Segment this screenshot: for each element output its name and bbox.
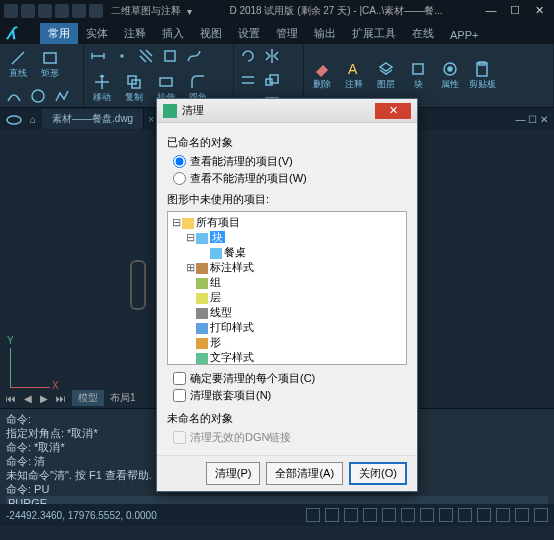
check-confirm-each[interactable]: 确定要清理的每个项目(C) — [173, 371, 407, 386]
qat-icon[interactable] — [38, 4, 52, 18]
block-tool[interactable]: 块 — [404, 58, 432, 94]
lweight-toggle[interactable] — [420, 508, 434, 522]
svg-point-3 — [7, 116, 21, 124]
clipboard-tool[interactable]: 剪贴板 — [468, 58, 496, 94]
dimension-tool[interactable] — [88, 46, 108, 66]
close-button[interactable]: 关闭(O) — [349, 462, 407, 485]
tab-common[interactable]: 常用 — [40, 23, 78, 44]
minimize-button[interactable]: — — [480, 3, 502, 19]
arc-tool[interactable] — [4, 86, 24, 106]
region-tool[interactable] — [160, 46, 180, 66]
snap-toggle[interactable] — [325, 508, 339, 522]
tab-solid[interactable]: 实体 — [78, 23, 116, 44]
status-toggle[interactable] — [458, 508, 472, 522]
status-toggle[interactable] — [477, 508, 491, 522]
ribbon-tabs: ʎ 常用 实体 注释 插入 视图 设置 管理 输出 扩展工具 在线 APP+ — [0, 22, 554, 44]
svg-line-0 — [12, 52, 24, 64]
dialog-close-button[interactable]: ✕ — [375, 103, 411, 119]
tab-annotate[interactable]: 注释 — [116, 23, 154, 44]
svg-rect-1 — [44, 53, 56, 63]
purge-all-button[interactable]: 全部清理(A) — [266, 462, 343, 485]
ellipse-tool[interactable] — [4, 110, 24, 130]
erase-tool[interactable]: 删除 — [308, 58, 336, 94]
cmd-line: PURGE — [6, 496, 548, 504]
qat-icon[interactable] — [21, 4, 35, 18]
tab-view[interactable]: 视图 — [192, 23, 230, 44]
svg-rect-8 — [160, 78, 172, 86]
otrack-toggle[interactable] — [401, 508, 415, 522]
status-toggle[interactable] — [496, 508, 510, 522]
hatch-tool[interactable] — [136, 46, 156, 66]
layout-tabs: ⏮ ◀ ▶ ⏭ 模型 布局1 — [4, 390, 138, 406]
rotate-tool[interactable] — [238, 46, 258, 66]
tree-caption: 图形中未使用的项目: — [167, 192, 407, 207]
model-tab[interactable]: 模型 — [72, 390, 104, 406]
mirror-tool[interactable] — [262, 46, 282, 66]
last-page-icon[interactable]: ⏭ — [54, 393, 68, 404]
radio-view-purgeable[interactable]: 查看能清理的项目(V) — [173, 154, 407, 169]
tab-online[interactable]: 在线 — [404, 23, 442, 44]
move-tool[interactable]: 移动 — [88, 70, 116, 106]
close-button[interactable]: ✕ — [528, 3, 550, 19]
line-tool[interactable]: 直线 — [4, 46, 32, 82]
purge-button[interactable]: 清理(P) — [206, 462, 261, 485]
osnap-toggle[interactable] — [382, 508, 396, 522]
tab-settings[interactable]: 设置 — [230, 23, 268, 44]
model-toggle[interactable] — [439, 508, 453, 522]
trim-tool[interactable] — [238, 70, 258, 90]
qat-icon[interactable] — [4, 4, 18, 18]
maximize-button[interactable]: ☐ — [504, 3, 526, 19]
tree-node: 打印样式 — [210, 321, 254, 333]
layout-tab[interactable]: 布局1 — [108, 391, 138, 405]
spline-tool[interactable] — [184, 46, 204, 66]
ortho-toggle[interactable] — [344, 508, 358, 522]
rect-tool[interactable]: 矩形 — [36, 46, 64, 82]
qat-icon[interactable] — [55, 4, 69, 18]
layer-tool[interactable]: 图层 — [372, 58, 400, 94]
tree-node: 餐桌 — [224, 246, 246, 258]
tab-insert[interactable]: 插入 — [154, 23, 192, 44]
circle-tool[interactable] — [28, 86, 48, 106]
workspace-name: 二维草图与注释 — [111, 4, 181, 18]
tree-node-block: 块 — [210, 231, 225, 243]
copy-tool[interactable]: 复制 — [120, 70, 148, 106]
window-controls: — ☐ ✕ — [480, 3, 550, 19]
settings-icon[interactable] — [534, 508, 548, 522]
grid-toggle[interactable] — [306, 508, 320, 522]
checkbox-input[interactable] — [173, 372, 186, 385]
polyline-tool[interactable] — [52, 86, 72, 106]
svg-rect-9 — [266, 79, 272, 85]
radio-view-not-purgeable[interactable]: 查看不能清理的项目(W) — [173, 171, 407, 186]
next-page-icon[interactable]: ▶ — [38, 393, 50, 404]
check-nested[interactable]: 清理嵌套项目(N) — [173, 388, 407, 403]
dialog-buttons: 清理(P) 全部清理(A) 关闭(O) — [157, 455, 417, 491]
qat-icon[interactable] — [89, 4, 103, 18]
svg-rect-18 — [413, 64, 423, 74]
radio-input[interactable] — [173, 155, 186, 168]
svg-point-20 — [448, 67, 452, 71]
svg-point-4 — [121, 55, 123, 57]
status-bar: -24492.3460, 17976.5552, 0.0000 — [0, 504, 554, 526]
app-logo-icon[interactable]: ʎ — [6, 24, 34, 42]
tab-extend[interactable]: 扩展工具 — [344, 23, 404, 44]
annotate-tool[interactable]: A注释 — [340, 58, 368, 94]
dialog-icon — [163, 104, 177, 118]
first-page-icon[interactable]: ⏮ — [4, 393, 18, 404]
tab-output[interactable]: 输出 — [306, 23, 344, 44]
scale-tool[interactable] — [262, 70, 282, 90]
properties-tool[interactable]: 属性 — [436, 58, 464, 94]
document-tab[interactable]: 素材——餐盘.dwg — [42, 109, 144, 129]
purge-tree[interactable]: ⊟所有项目 ⊟块 餐桌 ⊞标注样式 组 层 线型 打印样式 形 文字样式 多线样… — [167, 211, 407, 365]
polar-toggle[interactable] — [363, 508, 377, 522]
quick-access-toolbar — [4, 4, 103, 18]
radio-input[interactable] — [173, 172, 186, 185]
checkbox-input[interactable] — [173, 389, 186, 402]
tab-manage[interactable]: 管理 — [268, 23, 306, 44]
check-zero-length[interactable]: 清理无效的DGN链接 — [173, 430, 407, 445]
dialog-titlebar[interactable]: 清理 ✕ — [157, 99, 417, 123]
tab-app[interactable]: APP+ — [442, 26, 486, 44]
status-toggle[interactable] — [515, 508, 529, 522]
prev-page-icon[interactable]: ◀ — [22, 393, 34, 404]
qat-icon[interactable] — [72, 4, 86, 18]
point-tool[interactable] — [112, 46, 132, 66]
